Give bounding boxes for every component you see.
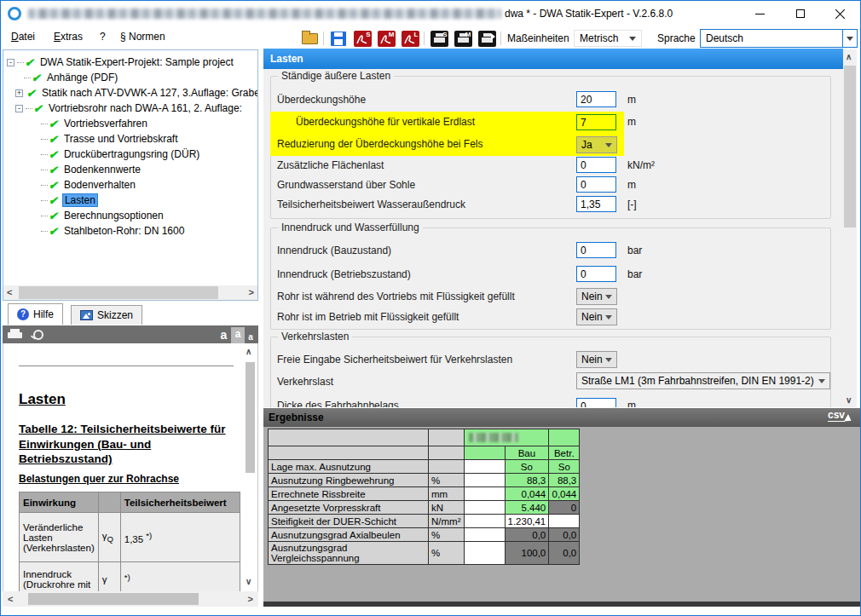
result-value	[549, 515, 580, 528]
tree-horizontal-scrollbar[interactable]: < >	[3, 285, 257, 300]
tree-item-lasten[interactable]: ✔ Lasten	[41, 193, 257, 207]
tree-item-vortriebsrohr[interactable]: - ✔ Vortriebsrohr nach DWA-A 161, 2. Auf…	[15, 101, 257, 115]
tree-item-berechnungsoptionen[interactable]: ✔ Berechnungsoptionen	[41, 209, 257, 222]
tree-scroll-thumb[interactable]	[19, 286, 218, 299]
gamma-symbol: γ	[98, 562, 120, 592]
units-value: Metrisch	[580, 32, 618, 44]
freie-eingabe-dropdown[interactable]: Nein	[576, 351, 617, 368]
maximize-button[interactable]	[780, 1, 820, 26]
save-icon	[331, 32, 346, 46]
menu-datei[interactable]: Datei	[11, 31, 35, 43]
grundwasser-input[interactable]: 0	[576, 176, 616, 193]
check-icon: ✔	[48, 133, 60, 146]
collapse-icon[interactable]: -	[7, 59, 14, 66]
tree-item-duer[interactable]: ✔ Druckübertragungsring (DÜR)	[41, 147, 257, 161]
tree-item-project[interactable]: - ✔ DWA Statik-Expert-Projekt: Sample pr…	[7, 55, 257, 69]
unit-label: m	[627, 179, 636, 191]
tree-item-trasse[interactable]: ✔ Trasse und Vortriebskraft	[41, 132, 257, 146]
menu-help[interactable]: ?	[100, 31, 106, 43]
teilsicherheit-input[interactable]: 1,35	[576, 196, 616, 212]
print-direct-button[interactable]	[477, 30, 497, 47]
tab-skizzen[interactable]: Skizzen	[71, 305, 142, 325]
units-label: Maßeinheiten	[507, 32, 569, 44]
form-scroll-thumb[interactable]	[844, 66, 856, 227]
form-vertical-scrollbar[interactable]: ∧ ∨	[843, 49, 857, 407]
scroll-up-icon[interactable]: ∧	[246, 347, 251, 356]
scroll-down-icon[interactable]: ∨	[246, 577, 251, 586]
scroll-right-icon[interactable]: >	[248, 591, 253, 607]
tree-item-stahlbeton-rohr[interactable]: ✔ Stahlbeton-Rohr: DN 1600	[41, 224, 257, 238]
tree-item-statik-atv[interactable]: + ✔ Statik nach ATV-DVWK-A 127, 3.Auflag…	[15, 86, 257, 100]
language-dropdown[interactable]: Deutsch	[700, 29, 858, 48]
pdf-icon: M	[378, 31, 396, 47]
close-button[interactable]	[820, 1, 860, 26]
help-horizontal-scrollbar[interactable]: < >	[3, 591, 258, 607]
expand-icon[interactable]: +	[15, 89, 23, 97]
pdf-export-m-button[interactable]: M	[376, 30, 396, 47]
check-icon: ✔	[48, 194, 60, 207]
open-project-button[interactable]	[299, 30, 320, 47]
print-s-button[interactable]: S	[429, 30, 449, 47]
minimize-icon	[755, 14, 765, 14]
help-print-icon[interactable]	[8, 329, 22, 340]
redacted-file-path	[28, 9, 501, 19]
pdf-export-l-button[interactable]: L	[400, 30, 420, 47]
result-row-label: Angesetzte Vorpresskraft	[269, 501, 429, 515]
language-dropdown-button[interactable]	[842, 30, 857, 47]
pdf-export-s-button[interactable]: S	[352, 30, 373, 47]
csv-export-button[interactable]: csv	[828, 410, 852, 423]
print-m-button[interactable]: M	[453, 30, 473, 47]
font-size-large-button[interactable]: a	[217, 327, 231, 343]
fels-reduzierung-dropdown[interactable]: Ja	[576, 136, 617, 153]
help-icon: ?	[17, 308, 29, 320]
help-zoom-icon[interactable]	[31, 329, 44, 341]
save-button[interactable]	[328, 30, 349, 47]
betrieb-fluessigkeit-dropdown[interactable]: Nein	[576, 308, 617, 325]
check-icon: ✔	[32, 102, 44, 115]
tab-hilfe[interactable]: ? Hilfe	[8, 303, 63, 325]
result-value: 5.440	[505, 501, 549, 515]
check-icon: ✔	[48, 148, 60, 161]
help-table: Einwirkung Teilsicherheitsbeiwert Veränd…	[19, 492, 240, 591]
form-header: Lasten	[263, 49, 843, 69]
folder-open-icon	[302, 33, 318, 44]
result-row-label: Ausnutzung Ringbewehrung	[269, 474, 429, 487]
vortrieb-fluessigkeit-dropdown[interactable]: Nein	[576, 288, 617, 305]
scroll-up-icon[interactable]: ∧	[846, 52, 852, 61]
ueberdeckungshoehe-input[interactable]: 20	[576, 91, 616, 107]
units-dropdown[interactable]: Metrisch	[574, 30, 642, 47]
results-table: Bau Betr. Lage max. Ausnutzung So So Aus…	[268, 429, 580, 565]
scroll-left-icon[interactable]: <	[7, 285, 12, 300]
fahrbahnbelag-input[interactable]: 0	[576, 398, 616, 407]
innendruck-betrieb-input[interactable]: 0	[576, 266, 616, 282]
menu-extras[interactable]: Extras	[54, 31, 83, 43]
menu-normen[interactable]: § Normen	[120, 31, 165, 43]
field-label: Verkehrslast	[277, 376, 333, 388]
results-panel: Ergebnisse csv Bau Betr. Lage max. Ausnu…	[263, 408, 860, 607]
flaechenlast-input[interactable]: 0	[576, 157, 616, 173]
minimize-button[interactable]	[740, 1, 780, 26]
tree-item-anhaenge[interactable]: ✔ Anhänge (PDF)	[24, 71, 257, 84]
field-label: Teilsicherheitsbeiwert Wasseraußendruck	[277, 199, 465, 210]
erdlast-hoehe-input[interactable]: 7	[576, 114, 616, 130]
scroll-right-icon[interactable]: >	[249, 285, 254, 300]
scroll-left-icon[interactable]: <	[8, 591, 13, 607]
font-size-medium-button[interactable]: a	[231, 327, 245, 343]
help-vertical-scrollbar[interactable]: ∧ ∨	[244, 343, 257, 590]
innendruck-bau-input[interactable]: 0	[576, 242, 616, 258]
tree-item-bodenkennwerte[interactable]: ✔ Bodenkennwerte	[41, 163, 257, 176]
column-header-betr: Betr.	[549, 446, 580, 460]
tree-item-bodenverhalten[interactable]: ✔ Bodenverhalten	[41, 178, 257, 192]
font-size-small-button[interactable]: a	[245, 331, 257, 343]
help-scroll-thumb[interactable]	[246, 362, 255, 473]
scroll-down-icon[interactable]: ∨	[846, 395, 852, 405]
help-hscroll-thumb[interactable]	[28, 593, 199, 605]
help-content: Lasten Tabelle 12: Teilsicherheitsbeiwer…	[3, 343, 258, 591]
tree-item-vortriebsverfahren[interactable]: ✔ Vortriebsverfahren	[41, 117, 257, 130]
unit-label: [-]	[627, 199, 637, 210]
collapse-icon[interactable]: -	[15, 105, 23, 112]
form-content: Ständige äußere Lasten Überdeckungshöhe …	[263, 69, 843, 407]
window-title: dwa * - DWA Statik-Expert - V.2.6.8.0	[505, 8, 673, 20]
help-heading-belastungen: Belastungen quer zur Rohrachse	[19, 473, 179, 485]
verkehrslast-dropdown[interactable]: Straße LM1 (3m Fahrbahnstreifen, DIN EN …	[576, 372, 830, 389]
